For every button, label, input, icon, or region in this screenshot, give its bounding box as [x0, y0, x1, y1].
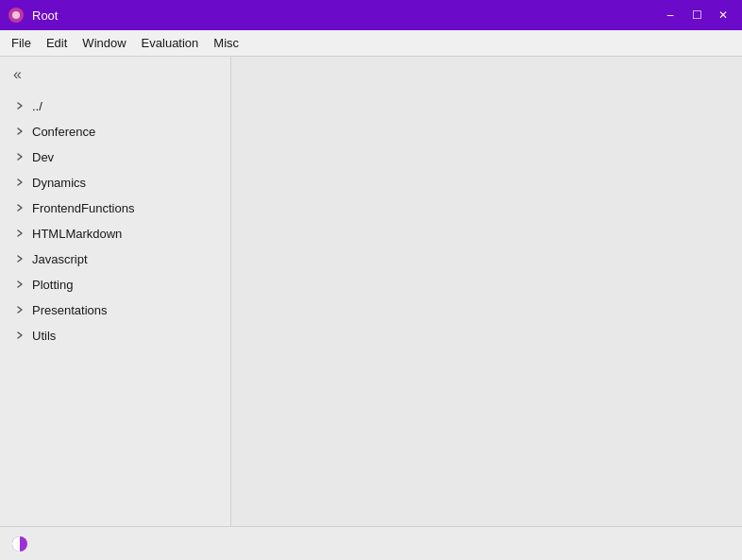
app-icon [8, 7, 25, 24]
chevron-icon-presentations [11, 301, 28, 318]
chevron-icon-dev [11, 148, 28, 165]
menu-item-evaluation[interactable]: Evaluation [134, 32, 207, 54]
file-item-plotting[interactable]: Plotting [4, 272, 227, 297]
collapse-button[interactable]: « [9, 64, 25, 85]
file-item-javascript[interactable]: Javascript [4, 246, 227, 271]
menu-item-misc[interactable]: Misc [206, 32, 246, 54]
file-name-conference: Conference [32, 125, 95, 139]
main-area: « ../ConferenceDevDynamicsFrontendFuncti… [0, 57, 742, 526]
window-title: Root [32, 8, 58, 23]
chevron-icon-frontend-functions [11, 199, 28, 216]
chevron-icon-plotting [11, 276, 28, 293]
close-button[interactable]: ✕ [712, 4, 734, 26]
theme-icon [11, 535, 28, 552]
file-item-utils[interactable]: Utils [4, 323, 227, 348]
file-item-parent[interactable]: ../ [4, 93, 227, 118]
chevron-icon-conference [11, 123, 28, 140]
menubar: FileEditWindowEvaluationMisc [0, 30, 742, 57]
theme-toggle-button[interactable] [9, 534, 30, 554]
menu-item-edit[interactable]: Edit [39, 32, 75, 54]
maximize-button[interactable]: ☐ [685, 4, 708, 26]
file-list: ../ConferenceDevDynamicsFrontendFunction… [0, 93, 230, 526]
titlebar-left: Root [8, 7, 58, 24]
svg-point-1 [12, 11, 20, 19]
file-item-html-markdown[interactable]: HTMLMarkdown [4, 221, 227, 246]
file-name-dynamics: Dynamics [32, 176, 86, 190]
chevron-icon-parent [11, 97, 28, 114]
chevron-icon-utils [11, 327, 28, 344]
file-item-presentations[interactable]: Presentations [4, 297, 227, 322]
file-name-parent: ../ [32, 99, 42, 113]
file-name-javascript: Javascript [32, 252, 88, 266]
chevron-icon-html-markdown [11, 225, 28, 242]
sidebar: « ../ConferenceDevDynamicsFrontendFuncti… [0, 57, 231, 526]
chevron-icon-javascript [11, 250, 28, 267]
file-name-frontend-functions: FrontendFunctions [32, 201, 134, 215]
titlebar: Root – ☐ ✕ [0, 0, 742, 30]
file-name-plotting: Plotting [32, 278, 73, 292]
file-item-dev[interactable]: Dev [4, 144, 227, 169]
file-name-utils: Utils [32, 329, 56, 343]
file-item-frontend-functions[interactable]: FrontendFunctions [4, 195, 227, 220]
file-name-presentations: Presentations [32, 303, 108, 317]
file-name-html-markdown: HTMLMarkdown [32, 227, 122, 241]
menu-item-window[interactable]: Window [75, 32, 133, 54]
minimize-button[interactable]: – [659, 4, 682, 26]
content-area [231, 57, 742, 526]
file-item-dynamics[interactable]: Dynamics [4, 170, 227, 195]
file-name-dev: Dev [32, 150, 54, 164]
sidebar-header: « [0, 57, 230, 93]
titlebar-controls: – ☐ ✕ [659, 4, 734, 26]
bottombar [0, 526, 742, 560]
menu-item-file[interactable]: File [4, 32, 39, 54]
file-item-conference[interactable]: Conference [4, 119, 227, 144]
chevron-icon-dynamics [11, 174, 28, 191]
